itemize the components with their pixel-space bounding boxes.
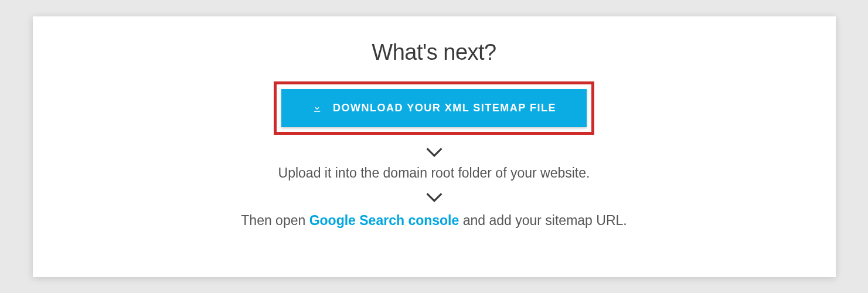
download-sitemap-button[interactable]: DOWNLOAD YOUR XML SITEMAP FILE xyxy=(281,89,587,127)
panel-heading: What's next? xyxy=(372,40,496,65)
download-button-label: DOWNLOAD YOUR XML SITEMAP FILE xyxy=(333,102,556,114)
step2-prefix: Then open xyxy=(241,213,309,228)
google-search-console-link[interactable]: Google Search console xyxy=(309,213,459,228)
whats-next-panel: What's next? DOWNLOAD YOUR XML SITEMAP F… xyxy=(33,16,836,277)
highlight-box: DOWNLOAD YOUR XML SITEMAP FILE xyxy=(274,81,594,135)
chevron-down-icon xyxy=(426,146,442,157)
step-search-console-text: Then open Google Search console and add … xyxy=(241,213,627,229)
step-upload-text: Upload it into the domain root folder of… xyxy=(278,165,590,181)
download-icon xyxy=(312,103,322,113)
chevron-down-icon xyxy=(426,192,442,202)
step2-suffix: and add your sitemap URL. xyxy=(459,213,627,228)
